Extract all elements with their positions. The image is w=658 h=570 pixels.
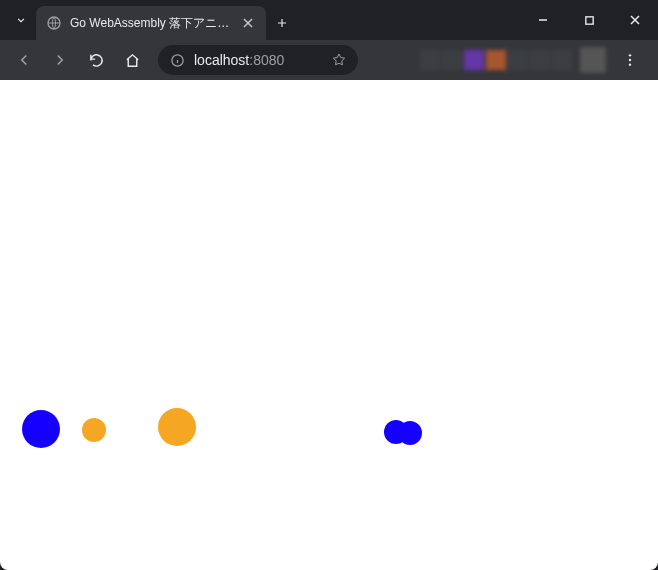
globe-icon (46, 15, 62, 31)
browser-tab[interactable]: Go WebAssembly 落下アニメーシ (36, 6, 266, 40)
url-text: localhost:8080 (194, 52, 284, 68)
reload-button[interactable] (80, 44, 112, 76)
titlebar-drag-area[interactable] (298, 0, 520, 40)
animation-ball (22, 410, 60, 448)
new-tab-button[interactable] (266, 6, 298, 40)
svg-point-3 (629, 54, 631, 56)
home-button[interactable] (116, 44, 148, 76)
page-viewport[interactable] (0, 80, 658, 570)
close-window-button[interactable] (612, 0, 658, 40)
animation-ball (82, 418, 106, 442)
extension-icons-blurred[interactable] (420, 50, 572, 70)
tab-search-dropdown[interactable] (6, 0, 36, 40)
profile-avatar-blurred[interactable] (580, 47, 606, 73)
svg-point-4 (629, 59, 631, 61)
tab-title: Go WebAssembly 落下アニメーシ (70, 15, 232, 32)
minimize-button[interactable] (520, 0, 566, 40)
site-info-icon[interactable] (168, 51, 186, 69)
forward-button[interactable] (44, 44, 76, 76)
animation-ball (398, 421, 422, 445)
tab-close-button[interactable] (240, 15, 256, 31)
svg-rect-1 (585, 16, 592, 23)
window-controls (520, 0, 658, 40)
maximize-button[interactable] (566, 0, 612, 40)
address-bar[interactable]: localhost:8080 (158, 45, 358, 75)
titlebar: Go WebAssembly 落下アニメーシ (0, 0, 658, 40)
back-button[interactable] (8, 44, 40, 76)
svg-point-5 (629, 63, 631, 65)
extensions-area (368, 44, 650, 76)
toolbar: localhost:8080 (0, 40, 658, 80)
bookmark-star-icon[interactable] (330, 51, 348, 69)
animation-ball (158, 408, 196, 446)
kebab-menu-icon[interactable] (614, 44, 646, 76)
